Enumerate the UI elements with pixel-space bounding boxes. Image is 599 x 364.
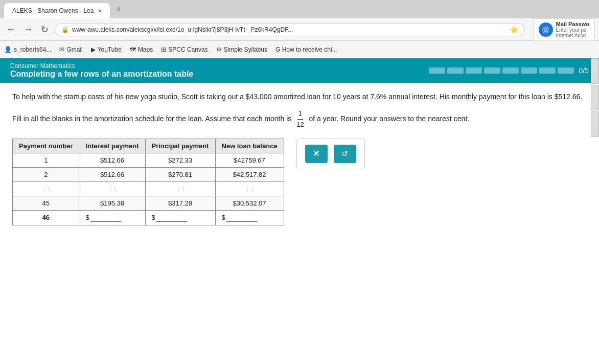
bookmark-icon-simple-syllabus: ⚙ bbox=[216, 46, 222, 53]
main-area: To help with the startup costs of his ne… bbox=[0, 83, 599, 234]
bookmark-s-roberts[interactable]: 👤 s_roberts64... bbox=[4, 46, 51, 53]
bookmark-icon-s-roberts: 👤 bbox=[4, 46, 12, 53]
amortization-table-container: Payment number Interest payment Principa… bbox=[12, 139, 587, 225]
cell-balance-1: $42759.67 bbox=[215, 153, 284, 167]
col-header-new-loan-balance: New loan balance bbox=[215, 139, 284, 153]
page-title: Completing a few rows of an amortization… bbox=[10, 70, 193, 79]
cell-interest-1: $512.66 bbox=[79, 153, 145, 167]
bookmark-youtube[interactable]: ▶ YouTube bbox=[91, 46, 122, 53]
bookmark-simple-syllabus[interactable]: ⚙ Simple Syllabus bbox=[216, 46, 267, 53]
address-bar[interactable]: 🔒 www-awu.aleks.com/alekscgi/x/lsl.exe/1… bbox=[55, 23, 525, 36]
table-row: 2 $512.66 $270.81 $42,517.82 bbox=[13, 167, 284, 181]
bookmarks-bar: 👤 s_roberts64... ✉ Gmail ▶ YouTube 🗺 Map… bbox=[0, 41, 599, 58]
table-row-empty: ⋮ ⋮ ⋮ ⋮ bbox=[13, 181, 284, 196]
course-name: Consumer Mathematics bbox=[10, 62, 193, 70]
cell-payment-1: 1 bbox=[13, 153, 79, 167]
progress-seg-2 bbox=[447, 67, 464, 74]
balance-input-46[interactable] bbox=[226, 214, 257, 222]
table-row: 1 $512.66 $272.33 $42759.67 bbox=[13, 153, 284, 167]
problem-text: To help with the startup costs of his ne… bbox=[12, 91, 587, 102]
bookmark-spcc-canvas[interactable]: ⊞ SPCC Canvas bbox=[161, 46, 208, 53]
reset-button[interactable]: ↺ bbox=[334, 145, 356, 163]
progress-label: 0/5 bbox=[579, 66, 589, 75]
active-tab[interactable]: ALEKS - Sharon Owens - Lea ✕ bbox=[4, 3, 110, 18]
col-header-principal-payment: Principal payment bbox=[145, 139, 215, 153]
cell-principal-45: $317.28 bbox=[145, 196, 215, 210]
cell-balance-45: $30,532.07 bbox=[215, 196, 284, 210]
cell-interest-46[interactable]: $ bbox=[79, 210, 145, 225]
cell-interest-2: $512.66 bbox=[79, 167, 145, 181]
progress-seg-6 bbox=[521, 67, 537, 74]
table-row-input[interactable]: 46 $ $ bbox=[13, 210, 284, 225]
cell-payment-45: 45 bbox=[13, 196, 79, 210]
bookmark-icon-spcc: ⊞ bbox=[161, 46, 166, 53]
tab-title: ALEKS - Sharon Owens - Lea bbox=[12, 7, 94, 14]
clear-button[interactable]: ✕ bbox=[305, 145, 328, 163]
col-header-interest-payment: Interest payment bbox=[79, 139, 145, 153]
progress-seg-3 bbox=[466, 67, 482, 74]
tab-close-button[interactable]: ✕ bbox=[98, 8, 102, 14]
reload-button[interactable]: ↻ bbox=[39, 22, 51, 37]
progress-seg-1 bbox=[429, 67, 445, 74]
dollar-sign-principal: $ bbox=[152, 214, 155, 221]
progress-seg-7 bbox=[539, 67, 556, 74]
page-content: Consumer Mathematics Completing a few ro… bbox=[0, 58, 599, 364]
cell-empty-2: ⋮ bbox=[79, 181, 145, 196]
browser-chrome: ALEKS - Sharon Owens - Lea ✕ + ← → ↻ 🔒 w… bbox=[0, 0, 599, 58]
instruction-text: Fill in all the blanks in the amortizati… bbox=[12, 108, 587, 130]
header-left: Consumer Mathematics Completing a few ro… bbox=[0, 58, 203, 83]
table-row: 45 $195.38 $317.28 $30,532.07 bbox=[13, 196, 284, 210]
cell-empty-1: ⋮ bbox=[13, 181, 79, 196]
principal-input-46[interactable] bbox=[156, 214, 187, 222]
page-header: Consumer Mathematics Completing a few ro… bbox=[0, 58, 599, 83]
cell-principal-2: $270.81 bbox=[145, 167, 215, 181]
tab-bar: ALEKS - Sharon Owens - Lea ✕ + bbox=[0, 0, 599, 18]
nav-bar: ← → ↻ 🔒 www-awu.aleks.com/alekscgi/x/lsl… bbox=[0, 18, 599, 41]
interest-input-46[interactable] bbox=[90, 214, 121, 222]
progress-seg-5 bbox=[502, 67, 519, 74]
cell-balance-2: $42,517.82 bbox=[215, 167, 284, 181]
sidebar-tab-3[interactable] bbox=[591, 111, 599, 137]
bookmark-icon-gmail: ✉ bbox=[59, 46, 64, 53]
bookmark-gmail[interactable]: ✉ Gmail bbox=[59, 46, 82, 53]
col-header-payment-number: Payment number bbox=[13, 139, 79, 153]
bookmark-how-to[interactable]: G How to receive chi... bbox=[275, 46, 337, 53]
cell-empty-3: ⋮ bbox=[145, 181, 215, 196]
forward-button[interactable]: → bbox=[21, 22, 35, 37]
amortization-table: Payment number Interest payment Principa… bbox=[12, 139, 284, 225]
at-icon: @ bbox=[539, 22, 553, 37]
header-right: 0/5 bbox=[429, 58, 599, 83]
buttons-panel: ✕ ↺ bbox=[296, 139, 365, 169]
right-sidebar bbox=[591, 58, 599, 137]
fraction: 1 12 bbox=[295, 108, 305, 130]
sidebar-tab-2[interactable] bbox=[591, 85, 599, 110]
mail-badge[interactable]: @ Mail Passwo Enter your pa Internet Acc… bbox=[533, 18, 595, 41]
cell-interest-45: $195.38 bbox=[79, 196, 145, 210]
address-text: www-awu.aleks.com/alekscgi/x/lsl.exe/1o_… bbox=[72, 26, 506, 33]
cell-payment-2: 2 bbox=[13, 167, 79, 181]
dollar-sign-interest: $ bbox=[85, 214, 89, 221]
cell-payment-46: 46 bbox=[13, 210, 79, 225]
cell-balance-46[interactable]: $ bbox=[215, 210, 284, 225]
cell-principal-1: $272.33 bbox=[145, 153, 215, 167]
cell-empty-4: ⋮ bbox=[215, 181, 284, 196]
sidebar-tab-1[interactable] bbox=[591, 58, 599, 84]
dollar-sign-balance: $ bbox=[222, 214, 225, 221]
bookmark-maps[interactable]: 🗺 Maps bbox=[130, 46, 153, 53]
mail-badge-text: Mail Passwo Enter your pa Internet Acco bbox=[556, 21, 589, 38]
back-button[interactable]: ← bbox=[4, 22, 17, 37]
cell-principal-46[interactable]: $ bbox=[145, 210, 215, 225]
progress-seg-8 bbox=[558, 67, 574, 74]
progress-seg-4 bbox=[484, 67, 500, 74]
new-tab-button[interactable]: + bbox=[110, 1, 128, 18]
progress-segments bbox=[429, 67, 574, 74]
bookmark-icon-maps: 🗺 bbox=[130, 46, 136, 53]
bookmark-icon-youtube: ▶ bbox=[91, 46, 96, 53]
